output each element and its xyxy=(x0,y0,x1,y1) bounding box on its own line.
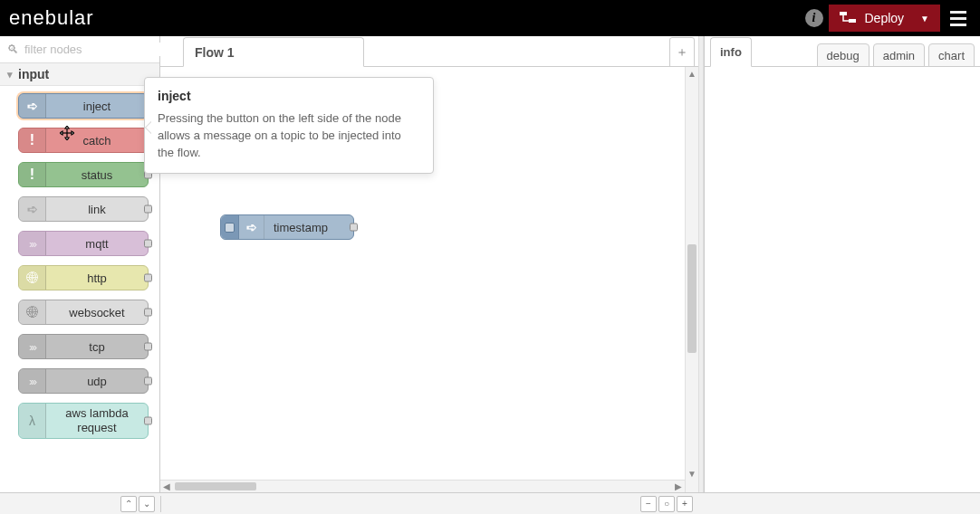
palette-node-aws-lambda[interactable]: λ aws lambda request xyxy=(18,403,149,439)
signal-icon: ››› xyxy=(29,375,35,388)
node-port-out xyxy=(144,343,152,351)
sidebar-tab-label: chart xyxy=(938,49,965,62)
palette-node-link[interactable]: ➪ link xyxy=(18,196,149,222)
app-header: enebular i Deploy ▼ xyxy=(0,0,980,36)
arrow-icon: ➪ xyxy=(27,202,38,216)
caret-down-icon: ▼ xyxy=(920,14,929,24)
palette-collapse-up-button[interactable]: ⌃ xyxy=(120,496,137,512)
scroll-thumb[interactable] xyxy=(175,482,256,490)
svg-rect-1 xyxy=(849,19,856,23)
palette-node-label: http xyxy=(46,271,148,285)
move-cursor-icon xyxy=(60,126,74,140)
palette-node-tcp[interactable]: ››› tcp xyxy=(18,334,149,359)
palette-node-list: ➪ inject ! catch ! status ➪ link ››› xyxy=(0,86,159,492)
add-flow-tab-button[interactable]: ＋ xyxy=(669,37,695,67)
node-port-out[interactable] xyxy=(350,224,358,232)
palette-node-label: inject xyxy=(46,100,148,113)
workspace-tabbar: Flow 1 ＋ xyxy=(160,36,698,67)
header-actions: i Deploy ▼ xyxy=(805,5,972,32)
palette-node-inject[interactable]: ➪ inject xyxy=(18,93,149,119)
palette-search[interactable]: 🔍︎ xyxy=(0,36,159,63)
signal-icon: ››› xyxy=(29,237,35,251)
palette-node-status[interactable]: ! status xyxy=(18,162,149,187)
palette-node-label: udp xyxy=(46,375,148,388)
palette-node-mqtt[interactable]: ››› mqtt xyxy=(18,231,149,256)
search-icon: 🔍︎ xyxy=(7,43,19,56)
inject-icon: ➪ xyxy=(27,99,38,113)
palette-panel: 🔍︎ ▾ input ➪ inject ! catch ! status xyxy=(0,36,160,492)
palette-node-websocket[interactable]: 🌐︎ websocket xyxy=(18,300,149,325)
app-logo: enebular xyxy=(9,6,94,30)
sidebar-tab-debug[interactable]: debug xyxy=(817,43,870,67)
palette-search-input[interactable] xyxy=(24,43,177,56)
node-port-out xyxy=(144,240,152,248)
palette-node-label: tcp xyxy=(46,340,148,354)
globe-icon: 🌐︎ xyxy=(26,271,39,285)
zoom-out-button[interactable]: − xyxy=(640,496,657,512)
tooltip-body: Pressing the button on the left side of … xyxy=(158,110,420,162)
deploy-label: Deploy xyxy=(865,11,905,25)
sidebar-panel: info debug admin chart xyxy=(704,36,980,492)
flow-node-label: timestamp xyxy=(264,221,341,234)
inject-trigger-button[interactable] xyxy=(221,215,239,239)
palette-node-catch[interactable]: ! catch xyxy=(18,128,149,153)
node-help-tooltip: inject Pressing the button on the left s… xyxy=(144,77,434,174)
status-footer: ⌃ ⌄ − ○ + xyxy=(0,492,980,514)
sidebar-tab-admin[interactable]: admin xyxy=(873,43,925,67)
deploy-button[interactable]: Deploy ▼ xyxy=(829,5,941,32)
deploy-icon xyxy=(840,11,856,26)
palette-node-label: websocket xyxy=(46,306,148,319)
canvas-scrollbar-vertical[interactable]: ▲ ▼ xyxy=(685,67,698,492)
footer-canvas-controls: − ○ + xyxy=(160,496,698,512)
scroll-left-icon[interactable]: ◀ xyxy=(160,481,173,492)
scroll-thumb[interactable] xyxy=(687,244,697,353)
sidebar-content xyxy=(705,67,980,492)
palette-node-http[interactable]: 🌐︎ http xyxy=(18,265,149,290)
hamburger-menu-icon[interactable] xyxy=(946,5,971,31)
sidebar-tab-label: info xyxy=(720,45,742,59)
flow-tab-label: Flow 1 xyxy=(195,45,235,60)
palette-node-label: aws lambda request xyxy=(46,405,148,436)
palette-category-label: input xyxy=(18,67,49,81)
exclamation-icon: ! xyxy=(30,167,34,183)
canvas-scrollbar-horizontal[interactable]: ◀ ▶ xyxy=(160,480,685,492)
globe-icon: 🌐︎ xyxy=(26,305,39,319)
inject-icon: ➪ xyxy=(246,220,257,234)
footer-palette-controls: ⌃ ⌄ xyxy=(0,496,160,512)
flow-tab[interactable]: Flow 1 xyxy=(183,37,364,67)
info-icon[interactable]: i xyxy=(805,9,823,27)
svg-rect-0 xyxy=(840,12,847,15)
zoom-in-button[interactable]: + xyxy=(677,496,693,512)
scroll-up-icon[interactable]: ▲ xyxy=(686,67,698,80)
node-port-out xyxy=(144,309,152,317)
scroll-down-icon[interactable]: ▼ xyxy=(686,467,698,480)
node-port-out xyxy=(144,274,152,282)
palette-node-label: link xyxy=(46,203,148,216)
palette-node-udp[interactable]: ››› udp xyxy=(18,368,149,394)
tooltip-title: inject xyxy=(158,89,420,103)
zoom-reset-button[interactable]: ○ xyxy=(658,496,675,512)
palette-collapse-down-button[interactable]: ⌄ xyxy=(139,496,155,512)
node-port-out xyxy=(144,417,152,425)
scroll-right-icon[interactable]: ▶ xyxy=(672,481,685,492)
sidebar-tab-label: admin xyxy=(883,49,915,62)
flow-node-timestamp[interactable]: ➪ timestamp xyxy=(220,214,354,240)
node-port-out xyxy=(144,205,152,214)
chevron-down-icon: ▾ xyxy=(7,69,13,81)
palette-node-label: status xyxy=(46,168,148,182)
node-port-out xyxy=(144,377,152,386)
lambda-icon: λ xyxy=(29,414,35,428)
sidebar-tabbar: info debug admin chart xyxy=(705,36,980,67)
sidebar-tab-label: debug xyxy=(827,49,860,62)
sidebar-tab-info[interactable]: info xyxy=(710,37,752,67)
exclamation-icon: ! xyxy=(30,132,34,148)
sidebar-tab-chart[interactable]: chart xyxy=(928,43,975,67)
palette-category-input[interactable]: ▾ input xyxy=(0,63,159,86)
signal-icon: ››› xyxy=(29,340,35,354)
palette-node-label: mqtt xyxy=(46,237,148,251)
